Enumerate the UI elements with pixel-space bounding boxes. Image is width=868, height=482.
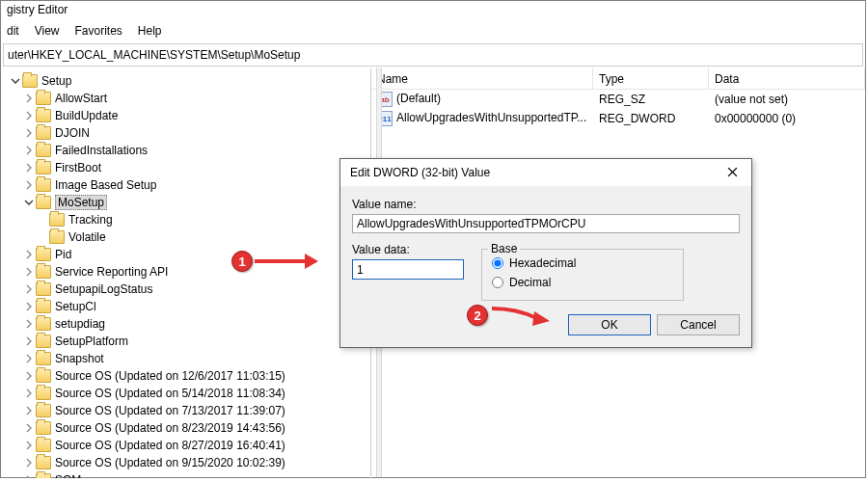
arrow-right-icon	[253, 252, 318, 271]
col-header-data[interactable]: Data	[709, 68, 865, 89]
chevron-right-icon[interactable]	[22, 388, 36, 398]
chevron-right-icon[interactable]	[22, 319, 36, 329]
chevron-right-icon[interactable]	[22, 354, 36, 363]
folder-icon	[36, 473, 51, 478]
folder-icon	[36, 300, 51, 313]
tree-node[interactable]: Source OS (Updated on 7/13/2017 11:39:07…	[9, 402, 370, 419]
tree-node[interactable]: SetupPlatform	[9, 333, 370, 350]
tree-node[interactable]: SQM	[9, 471, 370, 478]
tree-node[interactable]: Source OS (Updated on 5/14/2018 11:08:34…	[9, 385, 370, 402]
radio-hex[interactable]	[492, 257, 503, 269]
menu-edit[interactable]: dit	[7, 24, 19, 40]
chevron-right-icon[interactable]	[22, 284, 36, 294]
tree-node[interactable]: SetupapiLogStatus	[9, 281, 370, 298]
window-title: gistry Editor	[1, 1, 865, 22]
tree-node[interactable]: Snapshot	[9, 350, 370, 367]
tree-label: Pid	[55, 248, 71, 261]
tree-label: Source OS (Updated on 7/13/2017 11:39:07…	[55, 404, 285, 417]
col-header-name[interactable]: Name	[371, 68, 593, 89]
chevron-right-icon[interactable]	[22, 302, 36, 311]
chevron-right-icon[interactable]	[22, 458, 36, 468]
value-data-field[interactable]	[352, 259, 464, 280]
tree-node[interactable]: AllowStart	[9, 90, 370, 107]
tree-node[interactable]: setupdiag	[9, 315, 370, 333]
chevron-down-icon[interactable]	[22, 198, 36, 207]
folder-icon	[36, 282, 51, 296]
folder-icon	[36, 196, 51, 209]
base-group: Base Hexadecimal Decimal	[481, 249, 684, 301]
list-row[interactable]: 011AllowUpgradesWithUnsupportedTP...REG_…	[371, 109, 865, 128]
tree-node[interactable]: Source OS (Updated on 12/6/2017 11:03:15…	[9, 367, 370, 385]
tree-panel: Setup AllowStartBuildUpdateDJOINFailedIn…	[1, 68, 371, 478]
chevron-down-icon[interactable]	[9, 76, 22, 86]
chevron-right-icon[interactable]	[22, 336, 36, 346]
tree-node[interactable]: Tracking	[9, 211, 370, 228]
tree-label: Source OS (Updated on 8/23/2019 14:43:56…	[55, 421, 285, 435]
tree-node[interactable]: Source OS (Updated on 9/15/2020 10:02:39…	[9, 454, 370, 471]
ok-button[interactable]: OK	[568, 314, 651, 335]
menu-favorites[interactable]: Favorites	[74, 24, 122, 40]
tree-node-mosetup[interactable]: MoSetup	[9, 194, 370, 211]
folder-icon	[36, 161, 51, 174]
folder-icon	[49, 213, 65, 227]
menu-bar: dit View Favorites Help	[1, 22, 865, 41]
tree-label: Snapshot	[55, 352, 104, 365]
chevron-right-icon[interactable]	[22, 163, 36, 173]
folder-icon	[36, 369, 51, 383]
chevron-right-icon[interactable]	[22, 111, 36, 120]
folder-icon	[36, 387, 51, 400]
tree-label: FirstBoot	[55, 161, 101, 174]
folder-icon	[36, 144, 51, 157]
chevron-right-icon[interactable]	[22, 423, 36, 433]
chevron-right-icon[interactable]	[22, 406, 36, 415]
tree-node-setup[interactable]: Setup	[9, 72, 370, 90]
folder-icon	[36, 248, 51, 261]
chevron-right-icon[interactable]	[22, 180, 36, 190]
tree-node[interactable]: Source OS (Updated on 8/23/2019 14:43:56…	[9, 419, 370, 437]
radio-hex-row[interactable]: Hexadecimal	[492, 254, 673, 273]
chevron-right-icon[interactable]	[22, 267, 36, 277]
tree-label: Source OS (Updated on 8/27/2019 16:40:41…	[55, 439, 285, 452]
list-header: Name Type Data	[371, 68, 865, 90]
value-name-field[interactable]	[352, 214, 740, 233]
chevron-right-icon[interactable]	[22, 128, 36, 138]
tree-node[interactable]: Image Based Setup	[9, 176, 370, 194]
tree-label: SetupPlatform	[55, 335, 128, 348]
cell-type: REG_SZ	[599, 93, 645, 106]
radio-dec[interactable]	[492, 277, 503, 288]
close-button[interactable]	[713, 159, 751, 186]
chevron-right-icon[interactable]	[22, 146, 36, 155]
list-row[interactable]: ab(Default)REG_SZ(value not set)	[371, 90, 865, 109]
value-data-label: Value data:	[352, 243, 464, 256]
tree-node[interactable]: Source OS (Updated on 8/27/2019 16:40:41…	[9, 437, 370, 454]
path-bar[interactable]: uter\HKEY_LOCAL_MACHINE\SYSTEM\Setup\MoS…	[3, 43, 863, 67]
tree-node[interactable]: BuildUpdate	[9, 107, 370, 124]
menu-help[interactable]: Help	[138, 24, 162, 40]
tree-label: MoSetup	[55, 195, 107, 210]
tree-node[interactable]: SetupCl	[9, 298, 370, 315]
chevron-right-icon[interactable]	[22, 441, 36, 450]
tree-node[interactable]: Volatile	[9, 228, 370, 246]
chevron-right-icon[interactable]	[22, 94, 36, 103]
dialog-title-bar: Edit DWORD (32-bit) Value	[340, 159, 751, 186]
tree-label: Source OS (Updated on 5/14/2018 11:08:34…	[55, 387, 285, 400]
arrow-right-icon	[488, 305, 550, 326]
tree-node[interactable]: FailedInstallations	[9, 142, 370, 159]
tree-label: FailedInstallations	[55, 144, 148, 157]
col-header-type[interactable]: Type	[593, 68, 709, 89]
chevron-right-icon[interactable]	[22, 250, 36, 259]
folder-icon	[36, 265, 51, 279]
folder-icon	[36, 456, 51, 469]
cell-type: REG_DWORD	[599, 112, 675, 125]
radio-dec-row[interactable]: Decimal	[492, 273, 673, 292]
folder-icon	[36, 126, 51, 140]
tree-label: SetupapiLogStatus	[55, 282, 152, 296]
tree-node[interactable]: FirstBoot	[9, 159, 370, 176]
tree-node[interactable]: DJOIN	[9, 124, 370, 142]
tree-label: Image Based Setup	[55, 178, 156, 192]
cancel-button[interactable]: Cancel	[657, 314, 740, 335]
cell-name: (Default)	[396, 92, 441, 105]
chevron-right-icon[interactable]	[22, 371, 36, 381]
menu-view[interactable]: View	[35, 24, 60, 40]
chevron-right-icon[interactable]	[22, 475, 36, 478]
